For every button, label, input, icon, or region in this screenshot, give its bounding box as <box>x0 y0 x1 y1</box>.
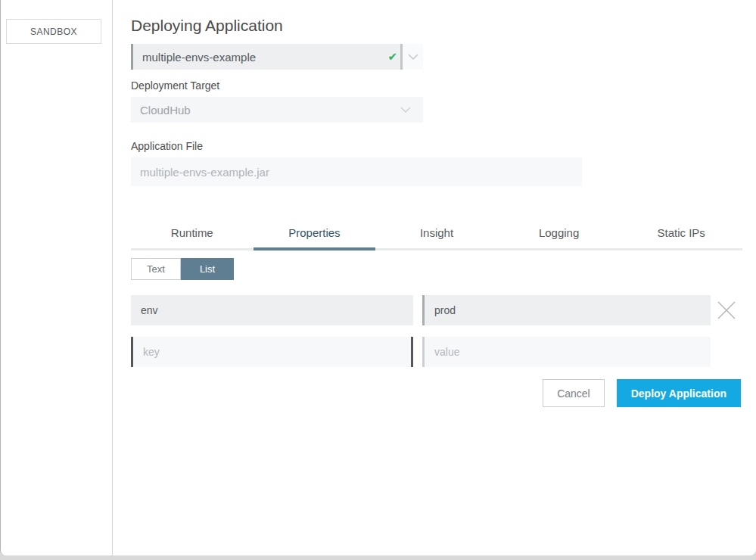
footer-actions: Cancel Deploy Application <box>543 379 741 407</box>
app-name-dropdown-button[interactable] <box>403 44 423 70</box>
deploy-application-button[interactable]: Deploy Application <box>617 379 741 407</box>
deployment-target-value: CloudHub <box>140 104 191 117</box>
property-value-input[interactable] <box>422 295 711 325</box>
environment-button[interactable]: SANDBOX <box>6 19 101 44</box>
app-name-input[interactable] <box>131 44 400 70</box>
chevron-down-icon <box>408 54 418 60</box>
delete-row-button[interactable] <box>711 295 742 325</box>
toggle-list-button[interactable]: List <box>181 258 234 280</box>
chevron-down-icon <box>400 107 411 113</box>
page-title: Deploying Application <box>131 17 283 35</box>
deployment-target-select[interactable]: CloudHub <box>131 97 423 123</box>
deploy-dialog: SANDBOX Deploying Application ✔ Deployme… <box>0 0 756 555</box>
close-icon <box>715 299 738 322</box>
property-row <box>131 295 742 325</box>
toggle-text-button[interactable]: Text <box>131 258 181 280</box>
new-property-value-input[interactable] <box>422 337 711 367</box>
tab-insight[interactable]: Insight <box>375 221 498 250</box>
application-file-input[interactable] <box>131 157 582 186</box>
deployment-target-label: Deployment Target <box>131 79 219 92</box>
properties-view-toggle: Text List <box>131 258 234 280</box>
app-name-combo: ✔ <box>131 44 423 70</box>
property-row-new <box>131 337 742 367</box>
new-property-key-input[interactable] <box>131 337 413 367</box>
property-key-input[interactable] <box>131 295 413 325</box>
deploy-form: Deploying Application ✔ Deployment Targe… <box>114 0 756 555</box>
settings-tabs: Runtime Properties Insight Logging Stati… <box>131 221 742 250</box>
tab-runtime[interactable]: Runtime <box>131 221 254 250</box>
application-file-label: Application File <box>131 140 203 152</box>
environment-sidebar: SANDBOX <box>1 0 113 555</box>
tab-static-ips[interactable]: Static IPs <box>620 221 742 250</box>
tab-properties[interactable]: Properties <box>254 221 376 250</box>
cancel-button[interactable]: Cancel <box>543 379 605 407</box>
tab-logging[interactable]: Logging <box>498 221 621 250</box>
valid-check-icon: ✔ <box>387 50 397 64</box>
